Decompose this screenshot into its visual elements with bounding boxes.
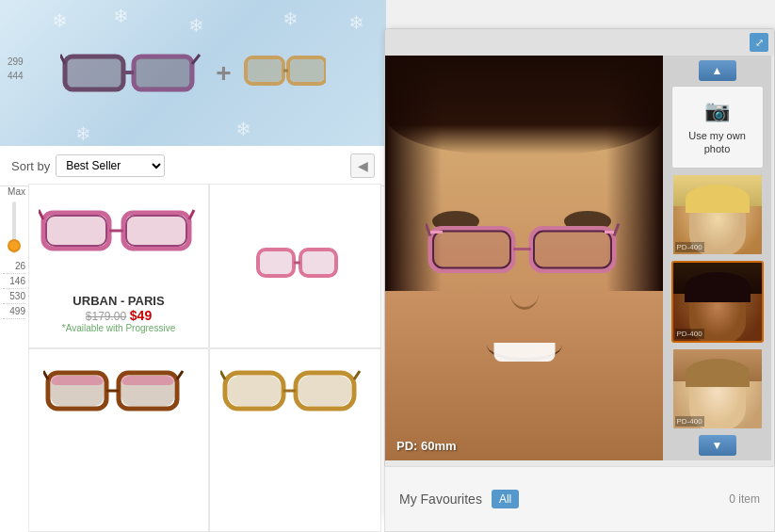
thumb-scroll-up-button[interactable]: ▲ <box>699 60 736 81</box>
svg-line-39 <box>354 371 360 379</box>
use-own-photo-label: Use my ownphoto <box>688 129 746 156</box>
svg-rect-24 <box>260 251 292 274</box>
sort-select[interactable]: Best Seller Price Low-High Price High-Lo… <box>56 154 165 177</box>
thumb-scroll-down-button[interactable]: ▼ <box>699 435 736 456</box>
virtual-tryon-modal: ⤢ <box>384 28 775 518</box>
nav-prev-button[interactable]: ◀ <box>350 153 375 178</box>
sort-label: Sort by <box>11 159 50 173</box>
svg-line-30 <box>177 371 183 379</box>
snowflake-7: ❄ <box>235 118 251 140</box>
svg-rect-40 <box>228 376 281 406</box>
filter-num-4: 499 <box>0 306 28 316</box>
pd-label: PD: 60mm <box>396 439 457 453</box>
thumbnail-1[interactable]: PD-400 <box>671 173 764 256</box>
svg-rect-18 <box>126 216 186 246</box>
banner-glasses-1 <box>60 47 206 99</box>
product-1-info: URBAN - PARIS $179.00 $49 *Available wit… <box>62 286 175 333</box>
product-card-3[interactable] <box>28 348 209 532</box>
left-panel: 299 444 ❄ ❄ ❄ ❄ ❄ ❄ ❄ + <box>0 0 386 532</box>
product-card-4[interactable] <box>209 348 381 532</box>
product-glasses-brown <box>43 363 194 415</box>
filter-num-2: 146 <box>0 276 28 286</box>
favourites-all-button[interactable]: All <box>492 490 519 508</box>
thumb-2-label: PD-400 <box>675 329 704 339</box>
modal-top-bar: ⤢ <box>385 29 774 56</box>
filter-num-1: 26 <box>0 261 28 271</box>
svg-rect-10 <box>248 59 282 82</box>
svg-line-16 <box>189 210 194 219</box>
product-glasses-tortoise <box>220 363 371 415</box>
svg-rect-33 <box>51 376 104 385</box>
favourites-title: My Favourites <box>399 492 482 507</box>
snowflake-2: ❄ <box>113 5 129 27</box>
price-2: 444 <box>8 71 24 81</box>
thumbnail-3[interactable]: PD-400 <box>671 347 764 430</box>
favourites-count: 0 item <box>729 492 760 506</box>
face-glasses-svg <box>426 219 623 281</box>
svg-rect-5 <box>67 58 121 88</box>
svg-rect-17 <box>46 216 106 246</box>
use-own-photo-button[interactable]: 📷 Use my ownphoto <box>671 86 764 169</box>
svg-rect-11 <box>290 59 324 82</box>
glasses-on-face <box>426 219 623 281</box>
svg-rect-6 <box>136 58 190 88</box>
snowflake-3: ❄ <box>188 14 204 37</box>
modal-body: PD: 60mm ▲ 📷 Use my ownphoto PD-400 <box>385 56 774 460</box>
thumb-1-label: PD-400 <box>675 242 704 252</box>
product-card-2[interactable] <box>209 184 381 348</box>
price-1: 299 <box>8 56 24 67</box>
filter-max: Max <box>0 186 28 197</box>
product-1-name: URBAN - PARIS <box>62 294 175 308</box>
filter-sidebar: Max 26 146 530 499 <box>0 186 28 321</box>
svg-line-38 <box>220 371 225 379</box>
svg-line-29 <box>43 371 48 379</box>
product-1-progressive: *Available with Progressive <box>62 323 175 333</box>
products-grid: URBAN - PARIS $179.00 $49 *Available wit… <box>28 184 381 532</box>
banner-glasses-2 <box>241 50 326 97</box>
svg-rect-48 <box>534 232 611 268</box>
banner-glasses: + <box>60 47 325 99</box>
svg-line-15 <box>39 210 43 219</box>
product-1-original-price: $179.00 <box>86 310 126 323</box>
svg-rect-25 <box>302 251 334 274</box>
snowflake-4: ❄ <box>283 8 299 30</box>
svg-rect-34 <box>121 376 174 385</box>
snowflake-1: ❄ <box>52 9 68 32</box>
plus-sign: + <box>216 58 231 89</box>
svg-rect-41 <box>299 376 351 406</box>
camera-icon: 📷 <box>704 98 730 125</box>
snowflake-6: ❄ <box>75 122 91 145</box>
svg-line-45 <box>426 224 430 236</box>
svg-line-46 <box>614 224 619 236</box>
sort-bar: Sort by Best Seller Price Low-High Price… <box>0 146 386 186</box>
thumbnail-2[interactable]: PD-400 <box>671 261 764 344</box>
filter-num-3: 530 <box>0 291 28 301</box>
product-glasses-pink <box>39 199 199 260</box>
face-display: PD: 60mm <box>385 56 663 460</box>
thumb-3-label: PD-400 <box>675 416 704 427</box>
product-glasses-pink-2 <box>253 235 338 297</box>
top-banner: 299 444 ❄ ❄ ❄ ❄ ❄ ❄ ❄ + <box>0 0 386 146</box>
product-card-1[interactable]: URBAN - PARIS $179.00 $49 *Available wit… <box>28 184 209 348</box>
thumbnail-panel: ▲ 📷 Use my ownphoto PD-400 <box>663 56 771 460</box>
favourites-bar: My Favourites All 0 item <box>384 466 775 532</box>
snowflake-5: ❄ <box>348 11 364 34</box>
price-slider-thumb[interactable] <box>8 239 21 252</box>
svg-rect-47 <box>433 232 510 268</box>
product-1-sale-price: $49 <box>130 308 152 323</box>
modal-resize-button[interactable]: ⤢ <box>750 33 768 52</box>
